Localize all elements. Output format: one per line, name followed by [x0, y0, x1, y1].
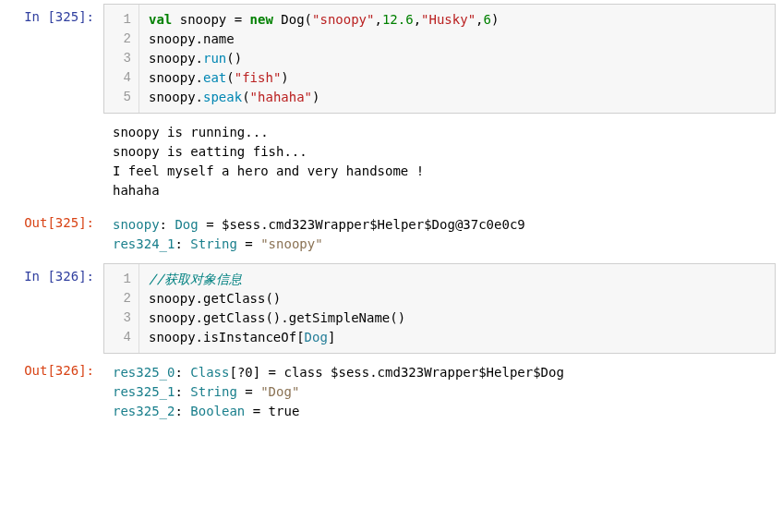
code-area[interactable]: 1 2 3 4//获取对象信息 snoopy.getClass() snoopy…	[103, 263, 776, 354]
line-gutter: 1 2 3 4 5	[104, 5, 139, 113]
output-text: res325_0: Class[?0] = class $sess.cmd323…	[103, 357, 776, 427]
output-prompt: Out[326]:	[7, 357, 103, 427]
output-cell: Out[325]:snoopy: Dog = $sess.cmd323Wrapp…	[7, 210, 776, 260]
line-gutter: 1 2 3 4	[104, 264, 139, 353]
empty-prompt	[7, 117, 103, 206]
code-body[interactable]: //获取对象信息 snoopy.getClass() snoopy.getCla…	[139, 264, 775, 353]
code-body[interactable]: val snoopy = new Dog("snoopy",12.6,"Husk…	[139, 5, 775, 113]
code-area[interactable]: 1 2 3 4 5val snoopy = new Dog("snoopy",1…	[103, 4, 776, 114]
output-cell: Out[326]:res325_0: Class[?0] = class $se…	[7, 357, 776, 427]
stdout-cell: snoopy is running... snoopy is eatting f…	[7, 117, 776, 206]
stdout-text: snoopy is running... snoopy is eatting f…	[103, 117, 776, 206]
input-prompt: In [326]:	[7, 263, 103, 354]
input-cell: In [325]:1 2 3 4 5val snoopy = new Dog("…	[7, 4, 776, 114]
output-prompt: Out[325]:	[7, 210, 103, 260]
input-prompt: In [325]:	[7, 4, 103, 114]
output-text: snoopy: Dog = $sess.cmd323Wrapper$Helper…	[103, 210, 776, 260]
input-cell: In [326]:1 2 3 4//获取对象信息 snoopy.getClass…	[7, 263, 776, 354]
